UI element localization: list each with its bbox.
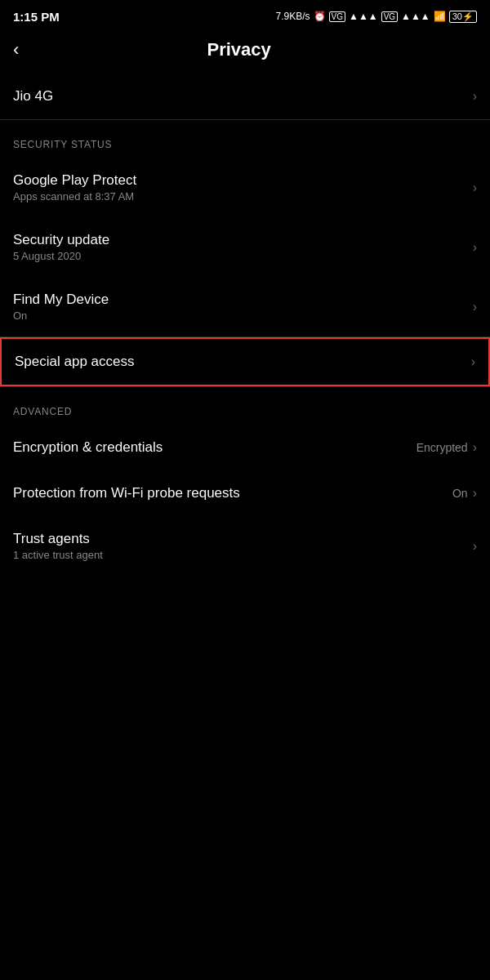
security-update-chevron: › (473, 240, 477, 255)
special-app-access-chevron: › (471, 354, 475, 369)
special-app-access-content: Special app access (15, 354, 471, 370)
header: ‹ Privacy (0, 29, 490, 74)
security-update-title: Security update (13, 232, 473, 248)
encryption-content: Encryption & credentials (13, 439, 416, 456)
wifi-probe-right: On › (452, 486, 477, 501)
wifi-probe-chevron: › (473, 486, 477, 501)
find-my-device-content: Find My Device On (13, 292, 473, 322)
jio-4g-item[interactable]: Jio 4G › (0, 74, 490, 119)
security-status-label: SECURITY STATUS (13, 139, 112, 150)
special-app-access-title: Special app access (15, 354, 471, 370)
trust-agents-right: › (473, 539, 477, 554)
wifi-probe-content: Protection from Wi-Fi probe requests (13, 485, 452, 501)
jio-4g-chevron: › (473, 89, 477, 104)
signal-icon-2: ▲▲▲ (401, 11, 430, 22)
google-play-protect-subtitle: Apps scanned at 8:37 AM (13, 190, 473, 203)
network-speed: 7.9KB/s (276, 11, 310, 22)
wifi-probe-item[interactable]: Protection from Wi-Fi probe requests On … (0, 470, 490, 516)
status-bar: 1:15 PM 7.9KB/s ⏰ VG ▲▲▲ VG ▲▲▲ 📶 30⚡ (0, 0, 490, 29)
find-my-device-chevron: › (473, 300, 477, 314)
wifi-probe-value: On (452, 487, 468, 500)
find-my-device-item[interactable]: Find My Device On › (0, 277, 490, 336)
signal-icon-1: ▲▲▲ (349, 11, 378, 22)
encryption-value: Encrypted (416, 441, 468, 454)
status-icons: 7.9KB/s ⏰ VG ▲▲▲ VG ▲▲▲ 📶 30⚡ (276, 11, 477, 23)
encryption-right: Encrypted › (416, 440, 477, 455)
trust-agents-content: Trust agents 1 active trust agent (13, 531, 473, 561)
google-play-protect-item[interactable]: Google Play Protect Apps scanned at 8:37… (0, 158, 490, 217)
jio-4g-right: › (473, 89, 477, 104)
security-update-right: › (473, 240, 477, 255)
trust-agents-subtitle: 1 active trust agent (13, 549, 473, 561)
security-update-item[interactable]: Security update 5 August 2020 › (0, 217, 490, 277)
encryption-item[interactable]: Encryption & credentials Encrypted › (0, 425, 490, 470)
security-update-subtitle: 5 August 2020 (13, 250, 473, 262)
volte-icon-1: VG (329, 11, 345, 22)
find-my-device-right: › (473, 300, 477, 314)
status-time: 1:15 PM (13, 10, 60, 24)
encryption-chevron: › (473, 440, 477, 455)
wifi-icon: 📶 (434, 11, 446, 22)
alarm-icon: ⏰ (314, 11, 326, 22)
google-play-protect-right: › (473, 180, 477, 195)
security-status-section-header: SECURITY STATUS (0, 120, 490, 158)
security-update-content: Security update 5 August 2020 (13, 232, 473, 262)
jio-4g-content: Jio 4G (13, 88, 473, 105)
special-app-access-right: › (471, 354, 475, 369)
google-play-protect-chevron: › (473, 180, 477, 195)
trust-agents-item[interactable]: Trust agents 1 active trust agent › (0, 516, 490, 576)
google-play-protect-title: Google Play Protect (13, 172, 473, 189)
google-play-protect-content: Google Play Protect Apps scanned at 8:37… (13, 172, 473, 203)
volte-icon-2: VG (381, 11, 398, 22)
trust-agents-chevron: › (473, 539, 477, 554)
battery-icon: 30⚡ (449, 11, 477, 23)
wifi-probe-title: Protection from Wi-Fi probe requests (13, 485, 452, 501)
back-button[interactable]: ‹ (13, 39, 19, 60)
advanced-section-header: ADVANCED (0, 387, 490, 425)
jio-4g-title: Jio 4G (13, 88, 473, 105)
find-my-device-subtitle: On (13, 310, 473, 322)
page-title: Privacy (32, 39, 446, 60)
trust-agents-title: Trust agents (13, 531, 473, 547)
find-my-device-title: Find My Device (13, 292, 473, 308)
encryption-title: Encryption & credentials (13, 439, 416, 456)
advanced-label: ADVANCED (13, 406, 72, 417)
special-app-access-item[interactable]: Special app access › (0, 337, 490, 386)
